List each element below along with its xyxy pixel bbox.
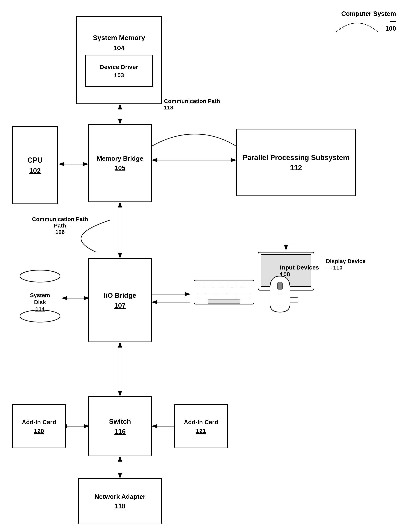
svg-point-25 (20, 270, 60, 282)
keyboard-icon (192, 278, 256, 310)
add-in-card-120-box: Add-In Card 120 (12, 404, 66, 448)
svg-text:Disk: Disk (34, 299, 46, 305)
svg-rect-50 (278, 282, 282, 290)
comm-path-106-annotation: Communication Path Path 106 (32, 216, 88, 235)
mouse-icon (264, 272, 296, 316)
comm-path-113-annotation: Communication Path 113 (164, 98, 220, 111)
system-memory-box: System Memory 104 Device Driver 103 (76, 16, 162, 104)
svg-rect-48 (208, 300, 240, 303)
diagram: Computer System — 100 System Memory 104 … (0, 0, 408, 532)
svg-text:114: 114 (35, 306, 45, 312)
memory-bridge-box: Memory Bridge 105 (88, 124, 152, 202)
network-adapter-box: Network Adapter 118 (78, 478, 162, 524)
parallel-processing-box: Parallel Processing Subsystem 112 (236, 129, 356, 196)
input-devices-annotation: Input Devices 108 (280, 264, 319, 278)
switch-box: Switch 116 (88, 396, 152, 456)
display-device-annotation: Display Device — 110 (326, 258, 366, 271)
svg-text:System: System (30, 292, 50, 298)
io-bridge-box: I/O Bridge 107 (88, 258, 152, 342)
device-driver-box: Device Driver 103 (85, 55, 153, 87)
add-in-card-121-box: Add-In Card 121 (174, 404, 228, 448)
computer-system-annotation: Computer System — 100 (341, 10, 396, 32)
system-disk-icon: System Disk 114 (16, 266, 64, 330)
cpu-box: CPU 102 (12, 126, 58, 204)
